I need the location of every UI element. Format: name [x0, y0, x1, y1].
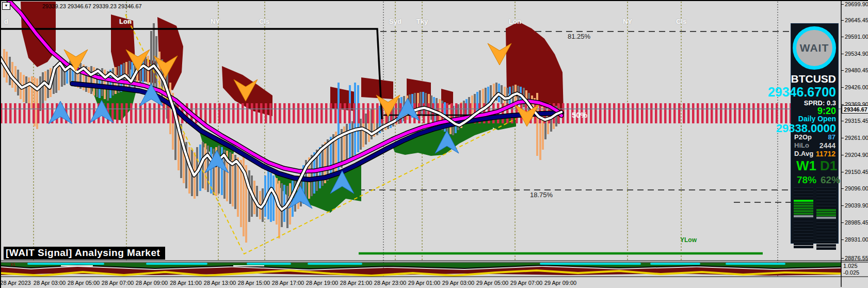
price-axis-label: 28985.45: [845, 219, 868, 226]
time-axis-label: 29 Apr 01:00: [408, 280, 440, 286]
ohlc-info-text: 29339.23 29346.67 29339.23 29346.67: [42, 3, 142, 9]
wait-signal-indicator: WAIT: [793, 26, 836, 70]
price-axis-label: 29645.45: [845, 17, 868, 23]
gauge-segment: [816, 187, 836, 190]
gauge-segment: [794, 200, 813, 202]
gauge-segment: [816, 247, 836, 250]
price-axis-tick: [841, 20, 844, 21]
stat-value: 11712: [816, 150, 835, 158]
gauge-segment: [794, 202, 813, 204]
time-axis-label: 28 Apr 15:00: [238, 280, 270, 286]
timeframe-w1-percent: 78%: [797, 174, 816, 186]
stat-row-hilo: HiLo 2444: [794, 141, 835, 150]
session-label: Cls: [259, 18, 269, 25]
time-axis-label: 28 Apr 21:00: [340, 280, 372, 286]
sub-axis-label: 1.025: [843, 263, 858, 269]
time-axis-label: 29 Apr 09:00: [544, 280, 576, 286]
price-axis-tick: [841, 239, 844, 240]
sub-indicator-window[interactable]: [0, 263, 841, 276]
gauge-segment: [794, 224, 813, 227]
gauge-segment: [816, 241, 836, 244]
timeframe-d1-label: D1: [820, 158, 837, 174]
price-axis-label: 29039.90: [845, 202, 868, 209]
price-axis-tick: [841, 37, 844, 37]
signal-panel[interactable]: WAIT BTCUSD 29346.6700 SPRD: 0.3 9:20 Da…: [791, 23, 839, 244]
price-axis-label: 29699.90: [845, 1, 868, 7]
price-axis-tick: [841, 222, 844, 223]
price-axis-tick: [841, 104, 844, 105]
session-label: Lon: [509, 18, 521, 25]
session-label: Tky: [416, 18, 428, 25]
time-axis-label: 28 Apr 05:00: [68, 280, 100, 286]
time-axis-label: 28 Apr 2023: [0, 280, 30, 286]
gauge-segment: [816, 226, 836, 228]
price-axis-tick: [841, 138, 844, 138]
price-axis-label: 29261.00: [845, 135, 868, 141]
d1-strength-gauge: [816, 187, 836, 250]
time-axis-label: 28 Apr 03:00: [34, 280, 66, 286]
price-axis-tick: [841, 121, 844, 121]
gauge-segment: [816, 217, 836, 219]
symbol-name: BTCUSD: [791, 73, 837, 85]
session-label: NY: [623, 18, 632, 25]
stat-value: 2444: [819, 141, 835, 150]
price-axis-tick: [841, 87, 844, 88]
gauge-segment: [794, 190, 813, 193]
gauge-segment: [816, 203, 836, 205]
wait-signal-text: WAIT: [800, 42, 829, 54]
stat-row-davg: D.Avg 11712: [794, 150, 835, 158]
time-axis-label: 28 Apr 17:00: [272, 280, 304, 286]
gauge-segment: [816, 232, 836, 234]
stat-label: D.Avg: [794, 150, 813, 158]
price-axis-label: 29480.45: [845, 67, 868, 73]
time-axis-label: 28 Apr 07:00: [102, 280, 134, 286]
chart-canvas[interactable]: [0, 0, 868, 288]
current-price-tag: 29346.67: [842, 105, 868, 114]
gauge-segment: [816, 209, 836, 211]
gauge-segment: [816, 206, 836, 209]
gauge-segment: [794, 215, 813, 217]
window-top-border: [0, 0, 868, 1]
time-axis-label: 28 Apr 09:00: [136, 280, 168, 286]
session-label: Syd: [389, 18, 401, 25]
stat-label: P2Op: [794, 133, 812, 141]
session-label: d: [4, 18, 8, 25]
gauge-segment: [794, 246, 813, 248]
gauge-segment: [816, 212, 836, 214]
one-click-trading-dropdown-icon[interactable]: ▼: [2, 2, 10, 10]
gauge-segment: [794, 207, 813, 210]
fib-level-50-label: 50%: [572, 110, 587, 119]
time-axis-label: 28 Apr 11:00: [170, 280, 202, 286]
session-label: Lon: [119, 18, 132, 25]
gauge-segment: [794, 243, 813, 245]
gauge-segment: [816, 219, 836, 222]
time-axis-label: 29 Apr 05:00: [476, 280, 508, 286]
stat-label: HiLo: [794, 141, 809, 150]
gauge-segment: [794, 205, 813, 207]
gauge-segment: [794, 194, 813, 196]
price-axis-tick: [841, 155, 844, 155]
fib-level-81-label: 81.25%: [568, 33, 590, 40]
gauge-segment: [816, 197, 836, 199]
gauge-segment: [794, 218, 813, 220]
time-axis-label: 29 Apr 03:00: [442, 280, 474, 286]
gauge-segment: [794, 197, 813, 199]
gauge-segment: [816, 235, 836, 237]
time-axis-label: 28 Apr 19:00: [306, 280, 338, 286]
price-axis-tick: [841, 258, 844, 259]
gauge-segment: [816, 222, 836, 225]
gauge-segment: [794, 236, 813, 239]
stat-row-p2op: P2Op 87: [794, 133, 835, 141]
gauge-segment: [816, 244, 836, 247]
price-axis-label: 29591.00: [845, 34, 868, 40]
current-price-value: 29346.6700: [768, 85, 836, 100]
gauge-segment: [816, 229, 836, 231]
trading-terminal-window: ▼ 29339.23 29346.67 29339.23 29346.67 dL…: [0, 0, 868, 288]
gauge-segment: [794, 227, 813, 230]
gauge-segment: [794, 210, 813, 212]
sub-indicator-label: X1: [10, 262, 15, 267]
stat-value: 87: [828, 133, 835, 141]
signal-status-banner: [WAIT Signal] Analysing Market: [4, 247, 165, 260]
price-axis-label: 29534.90: [845, 51, 868, 57]
window-left-border: [0, 0, 1, 288]
